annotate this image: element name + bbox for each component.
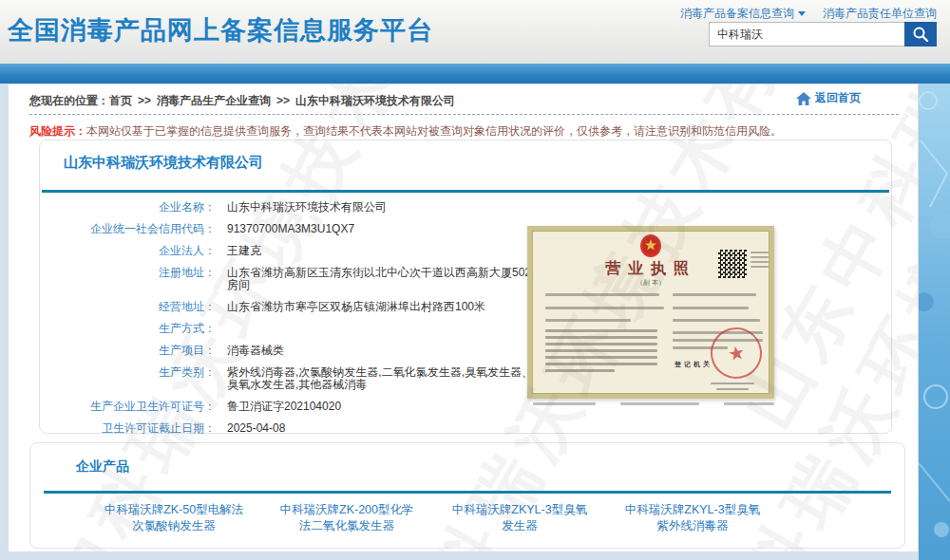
products-card: 企业产品 中科瑞沃牌ZK-50型电解法次氯酸钠发生器中科瑞沃牌ZK-200型化学…: [29, 442, 905, 549]
product-link[interactable]: 中科瑞沃牌ZKYL-3型臭氧发生器: [447, 502, 592, 534]
field-label: 经营地址：: [40, 301, 216, 313]
field-value: 山东省潍坊高新区玉清东街以北中心次干道以西高新大厦502房间: [227, 267, 534, 291]
license-text-line: [545, 307, 664, 309]
license-text-line: [673, 307, 749, 309]
company-info-list: 企业名称：山东中科瑞沃环境技术有限公司企业统一社会信用代码：91370700MA…: [40, 201, 534, 444]
license-qr-caption-lines: [750, 252, 769, 271]
product-links-list: 中科瑞沃牌ZK-50型电解法次氯酸钠发生器中科瑞沃牌ZK-200型化学法二氧化氯…: [102, 502, 765, 534]
info-row: 经营地址：山东省潍坊市寒亭区双杨店镇湖淋埠出村路西100米: [40, 301, 534, 313]
license-text-line: [673, 319, 760, 322]
info-row: 生产方式：: [40, 323, 534, 335]
divider-teal: [42, 190, 889, 193]
license-scope-paragraph: [545, 329, 657, 376]
company-info-card: 山东中科瑞沃环境技术有限公司 企业名称：山东中科瑞沃环境技术有限公司企业统一社会…: [39, 140, 892, 434]
main-content: 山东中科瑞沃环境技术有限公司 山东中科瑞沃环境技术有限公司 山东中科瑞沃环境技术…: [8, 84, 919, 552]
license-caption-lines: [527, 402, 774, 405]
breadcrumb-prefix: 您现在的位置：: [29, 94, 109, 107]
national-emblem-icon: [637, 233, 664, 262]
divider-dashed: [29, 114, 899, 115]
info-row: 生产类别：紫外线消毒器,次氯酸钠发生器,二氧化氯发生器,臭氧发生器、臭氧水发生器…: [40, 366, 534, 391]
nav-responsible-unit-query[interactable]: 消毒产品责任单位查询: [823, 6, 937, 22]
field-label: 生产类别：: [40, 366, 216, 391]
search-icon: [912, 26, 929, 43]
home-icon: [796, 92, 811, 105]
breadcrumb-separator: >>: [276, 94, 290, 107]
nav-record-info-query[interactable]: 消毒产品备案信息查询: [680, 6, 806, 22]
info-row: 卫生许可证截止日期：2025-04-08: [40, 422, 534, 435]
decorative-molecule-strip: [919, 84, 950, 560]
return-home-link[interactable]: 返回首页: [796, 90, 861, 106]
business-license-image: 营业执照 （副 本）: [527, 226, 774, 405]
field-label: 企业法人：: [40, 245, 216, 257]
search-button[interactable]: [904, 22, 937, 47]
business-license: 营业执照 （副 本）: [527, 226, 774, 399]
info-row: 生产企业卫生许可证号：鲁卫消证字202104020: [40, 401, 534, 413]
site-title: 全国消毒产品网上备案信息服务平台: [8, 13, 433, 47]
field-label: 卫生许可证截止日期：: [40, 422, 216, 435]
page: 全国消毒产品网上备案信息服务平台 消毒产品备案信息查询 消毒产品责任单位查询: [0, 0, 950, 560]
top-nav: 消毒产品备案信息查询 消毒产品责任单位查询: [680, 6, 937, 22]
company-name-title: 山东中科瑞沃环境技术有限公司: [64, 154, 263, 172]
product-link[interactable]: 中科瑞沃牌ZK-200型化学法二氧化氯发生器: [275, 502, 419, 534]
field-label: 企业统一社会信用代码：: [40, 223, 216, 235]
info-row: 企业名称：山东中科瑞沃环境技术有限公司: [40, 201, 534, 214]
risk-notice-text: 本网站仅基于已掌握的信息提供查询服务，查询结果不代表本网站对被查询对象信用状况的…: [86, 124, 782, 138]
field-value: 91370700MA3M3U1QX7: [227, 223, 354, 235]
field-label: 注册地址：: [40, 267, 216, 291]
product-link[interactable]: 中科瑞沃牌ZK-50型电解法次氯酸钠发生器: [102, 502, 246, 534]
field-label: 生产方式：: [40, 323, 216, 335]
breadcrumb-item[interactable]: 消毒产品生产企业查询: [157, 94, 271, 107]
license-text-line: [673, 293, 756, 296]
divider-teal: [44, 491, 891, 494]
product-link[interactable]: 中科瑞沃牌ZKYL-3型臭氧紫外线消毒器: [620, 502, 765, 534]
field-value: 消毒器械类: [227, 345, 284, 357]
info-row: 生产项目：消毒器械类: [40, 345, 534, 357]
breadcrumb: 您现在的位置：首页>>消毒产品生产企业查询>>山东中科瑞沃环境技术有限公司: [29, 93, 455, 109]
field-value: 鲁卫消证字202104020: [227, 401, 341, 413]
field-label: 生产项目：: [40, 345, 216, 357]
info-row: 注册地址：山东省潍坊高新区玉清东街以北中心次干道以西高新大厦502房间: [40, 267, 534, 291]
search-bar: [709, 22, 937, 47]
info-row: 企业法人：王建克: [40, 245, 534, 257]
license-date-line: [716, 388, 749, 390]
risk-notice-label: 风险提示：: [29, 124, 86, 138]
license-text-line: [545, 293, 659, 296]
nav-record-info-query-label: 消毒产品备案信息查询: [680, 6, 794, 22]
breadcrumb-item[interactable]: 首页: [109, 94, 132, 107]
breadcrumb-separator: >>: [138, 94, 151, 107]
field-value: 王建克: [227, 245, 261, 257]
field-label: 生产企业卫生许可证号：: [40, 401, 216, 413]
license-authority-label: 登记机关: [674, 360, 712, 369]
license-text-line: [545, 319, 631, 322]
field-value: 山东省潍坊市寒亭区双杨店镇湖淋埠出村路西100米: [227, 301, 485, 313]
products-section-title: 企业产品: [76, 458, 129, 476]
risk-notice: 风险提示：本网站仅基于已掌握的信息提供查询服务，查询结果不代表本网站对被查询对象…: [29, 123, 782, 140]
nav-responsible-unit-query-label: 消毒产品责任单位查询: [823, 6, 937, 22]
header-blue-band: [0, 64, 950, 84]
field-value: 紫外线消毒器,次氯酸钠发生器,二氧化氯发生器,臭氧发生器、臭氧水发生器,其他器械…: [227, 366, 534, 391]
field-value: 山东中科瑞沃环境技术有限公司: [227, 201, 387, 214]
field-label: 企业名称：: [40, 201, 216, 214]
info-row: 企业统一社会信用代码：91370700MA3M3U1QX7: [40, 223, 534, 235]
search-input[interactable]: [709, 22, 904, 47]
breadcrumb-item: 山东中科瑞沃环境技术有限公司: [295, 94, 455, 107]
return-home-label: 返回首页: [815, 90, 861, 106]
license-subtitle: （副 本）: [532, 278, 770, 288]
chevron-down-icon: [798, 11, 806, 16]
qr-code: [718, 250, 747, 278]
license-date-line: [711, 383, 754, 384]
site-header: 全国消毒产品网上备案信息服务平台 消毒产品备案信息查询 消毒产品责任单位查询: [0, 0, 950, 64]
field-value: 2025-04-08: [227, 422, 285, 435]
